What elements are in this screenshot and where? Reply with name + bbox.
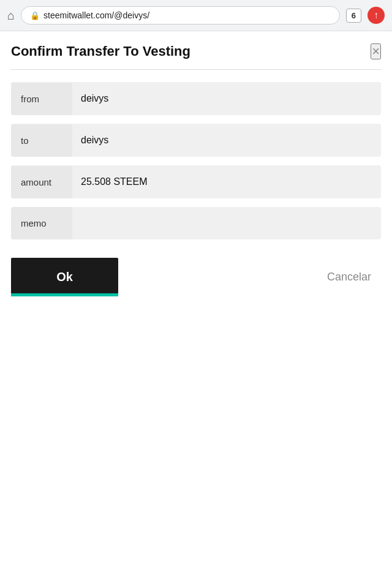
- lock-icon: 🔒: [30, 11, 40, 20]
- from-row: from deivys: [11, 82, 381, 115]
- from-value: deivys: [72, 82, 381, 115]
- amount-row: amount 25.508 STEEM: [11, 165, 381, 198]
- page-content: Confirm Transfer To Vesting × from deivy…: [0, 31, 392, 309]
- memo-label: memo: [11, 207, 72, 239]
- cancel-button[interactable]: Cancelar: [317, 265, 381, 290]
- header-divider: [11, 69, 381, 70]
- close-button[interactable]: ×: [371, 43, 381, 59]
- amount-label: amount: [11, 166, 72, 198]
- buttons-row: Ok Cancelar: [11, 258, 381, 296]
- memo-row: memo: [11, 207, 381, 239]
- home-icon[interactable]: ⌂: [7, 9, 15, 23]
- dialog-header: Confirm Transfer To Vesting ×: [11, 43, 381, 59]
- notification-icon[interactable]: ↑: [368, 7, 385, 24]
- address-bar[interactable]: 🔒 steemitwallet.com/@deivys/: [21, 6, 340, 24]
- browser-bar: ⌂ 🔒 steemitwallet.com/@deivys/ 6 ↑: [0, 0, 392, 31]
- dialog-title: Confirm Transfer To Vesting: [11, 43, 190, 59]
- to-value: deivys: [72, 124, 381, 157]
- amount-value: 25.508 STEEM: [72, 165, 381, 198]
- tab-count-badge[interactable]: 6: [346, 9, 361, 23]
- to-label: to: [11, 124, 72, 157]
- url-text: steemitwallet.com/@deivys/: [43, 10, 149, 20]
- from-label: from: [11, 83, 72, 115]
- memo-value: [72, 212, 381, 235]
- ok-button[interactable]: Ok: [11, 258, 118, 296]
- to-row: to deivys: [11, 124, 381, 157]
